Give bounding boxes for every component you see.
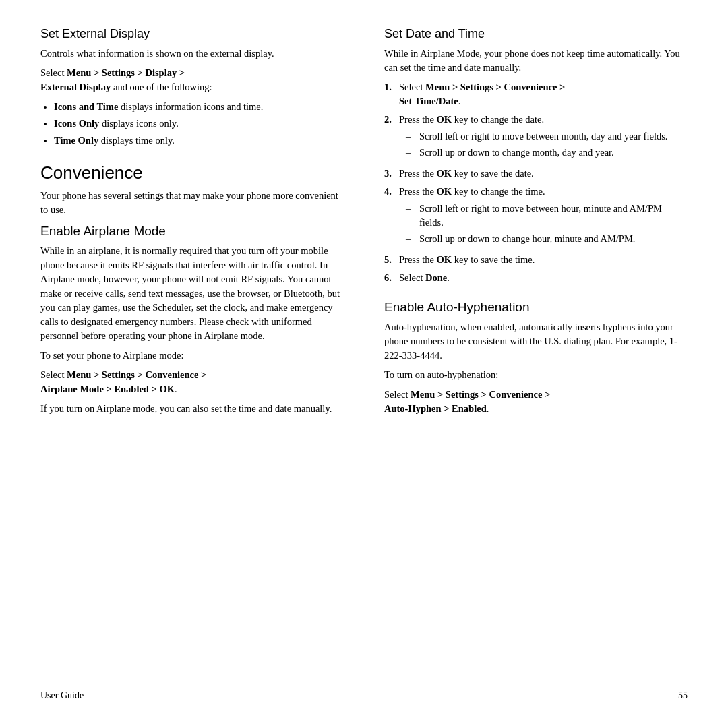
enable-airplane-para1: While in an airplane, it is normally req… (40, 244, 344, 343)
columns: Set External Display Controls what infor… (40, 27, 688, 679)
step-4: 4. Press the OK key to change the time. … (384, 185, 688, 249)
enable-airplane-para3: If you turn on Airplane mode, you can al… (40, 402, 344, 416)
convenience-title: Convenience (40, 162, 344, 183)
step-2-subs: Scroll left or right to move between mon… (406, 129, 688, 160)
step-6: 6. Select Done. (384, 271, 688, 285)
step-2-content: Press the OK key to change the date. Scr… (399, 113, 688, 162)
auto-hyphen-select-bold2: Auto-Hyphen > Enabled (384, 403, 487, 414)
list-item-time-only: Time Only displays time only. (54, 133, 344, 148)
step-3: 3. Press the OK key to save the date. (384, 166, 688, 181)
enable-airplane-para2: To set your phone to Airplane mode: (40, 348, 344, 363)
step-4-subs: Scroll left or right to move between hou… (406, 202, 688, 246)
step-4-content: Press the OK key to change the time. Scr… (399, 185, 688, 249)
set-external-display-list: Icons and Time displays information icon… (54, 100, 344, 148)
enable-airplane-title: Enable Airplane Mode (40, 224, 344, 239)
set-external-display-para1: Controls what information is shown on th… (40, 47, 344, 61)
set-external-display-section: Set External Display Controls what infor… (40, 27, 344, 148)
set-external-display-title: Set External Display (40, 27, 344, 41)
step-1-content: Select Menu > Settings > Convenience >Se… (399, 80, 688, 109)
enable-airplane-select: Select Menu > Settings > Convenience >Ai… (40, 368, 344, 396)
step-2-sub-2: Scroll up or down to change month, day a… (406, 146, 688, 160)
step-4-sub-2: Scroll up or down to change hour, minute… (406, 232, 688, 246)
set-date-time-title: Set Date and Time (384, 27, 688, 41)
set-external-display-instruction: Select Menu > Settings > Display >Extern… (40, 66, 344, 94)
step-1-num: 1. (384, 80, 399, 94)
footer-page: 55 (678, 690, 688, 701)
step-5: 5. Press the OK key to save the time. (384, 253, 688, 267)
convenience-para1: Your phone has several settings that may… (40, 189, 344, 217)
set-external-display-instruction-bold: Menu > Settings > Display > (67, 67, 185, 78)
auto-hyphen-select-bold1: Menu > Settings > Convenience > (411, 389, 550, 400)
left-column: Set External Display Controls what infor… (40, 27, 351, 679)
enable-airplane-section: Enable Airplane Mode While in an airplan… (40, 224, 344, 416)
set-date-time-steps: 1. Select Menu > Settings > Convenience … (384, 80, 688, 285)
footer: User Guide 55 (40, 686, 688, 701)
step-4-sub-1: Scroll left or right to move between hou… (406, 202, 688, 230)
step-1: 1. Select Menu > Settings > Convenience … (384, 80, 688, 109)
enable-auto-hyphen-title: Enable Auto-Hyphenation (384, 300, 688, 315)
set-date-time-para1: While in Airplane Mode, your phone does … (384, 47, 688, 75)
list-item-icons-time: Icons and Time displays information icon… (54, 100, 344, 114)
airplane-select-bold1: Menu > Settings > Convenience > (67, 369, 206, 380)
step-5-num: 5. (384, 253, 399, 267)
page: Set External Display Controls what infor… (0, 0, 728, 728)
list-item-icons-only: Icons Only displays icons only. (54, 117, 344, 131)
right-column: Set Date and Time While in Airplane Mode… (377, 27, 688, 679)
enable-auto-hyphen-section: Enable Auto-Hyphenation Auto-hyphenation… (384, 300, 688, 416)
convenience-section: Convenience Your phone has several setti… (40, 162, 344, 217)
step-6-content: Select Done. (399, 271, 688, 285)
step-3-num: 3. (384, 166, 399, 181)
step-2: 2. Press the OK key to change the date. … (384, 113, 688, 162)
set-date-time-section: Set Date and Time While in Airplane Mode… (384, 27, 688, 285)
step-2-num: 2. (384, 113, 399, 127)
step-3-content: Press the OK key to save the date. (399, 166, 688, 181)
set-external-display-instruction2: External Display (40, 82, 111, 92)
airplane-select-bold2: Airplane Mode > Enabled > OK (40, 384, 175, 394)
enable-auto-hyphen-para1: Auto-hyphenation, when enabled, automati… (384, 320, 688, 363)
step-2-sub-1: Scroll left or right to move between mon… (406, 129, 688, 144)
footer-left: User Guide (40, 690, 84, 701)
enable-auto-hyphen-para2: To turn on auto-hyphenation: (384, 368, 688, 382)
step-6-num: 6. (384, 271, 399, 285)
step-4-num: 4. (384, 185, 399, 199)
step-5-content: Press the OK key to save the time. (399, 253, 688, 267)
enable-auto-hyphen-select: Select Menu > Settings > Convenience >Au… (384, 388, 688, 416)
